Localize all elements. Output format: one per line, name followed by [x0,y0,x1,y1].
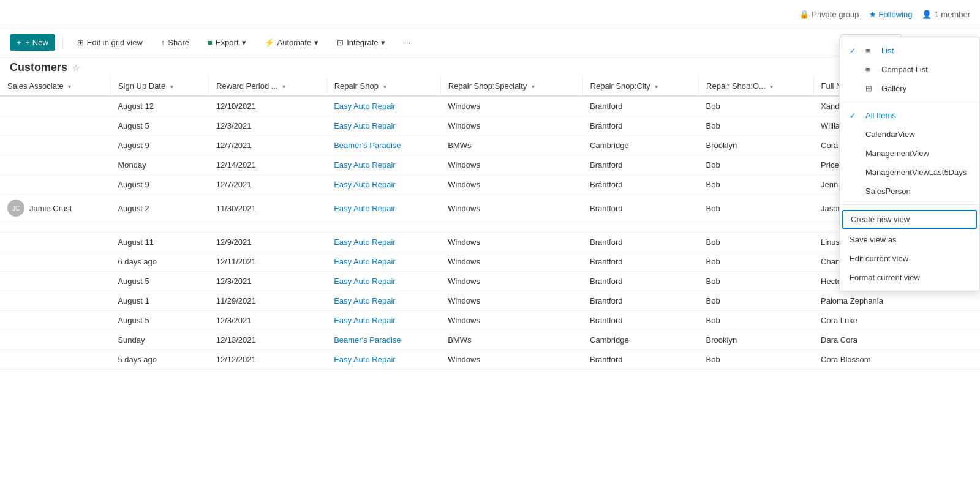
cell-repair-shop[interactable] [326,222,440,233]
share-label: Share [168,38,189,47]
export-icon: ■ [208,38,213,47]
table-row: August 912/7/2021Easy Auto RepairWindows… [0,175,980,195]
cell-full-name: Paloma Zephania [813,291,921,311]
cell-add [921,311,980,330]
cell-specialty: Windows [440,291,582,311]
view-type-gallery[interactable]: ⊞ Gallery [840,79,979,98]
col-sign-up-date[interactable]: Sign Up Date ▾ [110,76,208,96]
edit-grid-label: Edit in grid view [87,38,143,47]
view-management[interactable]: ManagementView [840,144,979,163]
col-repair-shop-other[interactable]: Repair Shop:O... ▾ [699,76,813,96]
cell-sales-associate [0,311,110,330]
favorite-star-icon[interactable]: ☆ [72,63,80,73]
cell-city: Brantford [582,155,699,175]
edit-grid-button[interactable]: ⊞ Edit in grid view [70,34,149,51]
cell-repair-shop[interactable]: Beamer's Paradise [326,330,440,350]
cell-sales-associate [0,116,110,136]
integrate-label: Integrate [347,38,378,47]
table-body: August 1212/10/2021Easy Auto RepairWindo… [0,96,980,370]
cell-city: Brantford [582,252,699,272]
cell-sign-up-date: August 11 [110,233,208,252]
view-calendar[interactable]: CalendarView [840,125,979,144]
cell-reward-period: 11/30/2021 [209,195,327,222]
cell-reward-period [209,222,327,233]
cell-repair-shop[interactable]: Easy Auto Repair [326,195,440,222]
col-reward-period[interactable]: Reward Period ... ▾ [209,76,327,96]
cell-repair-shop[interactable]: Easy Auto Repair [326,175,440,195]
cell-full-name: Cora Luke [813,311,921,330]
cell-reward-period: 12/3/2021 [209,116,327,136]
view-type-compact-list[interactable]: ≡ Compact List [840,60,979,79]
cell-other: Bob [699,233,813,252]
cell-sign-up-date: August 12 [110,96,208,116]
save-view-as-button[interactable]: Save view as [840,230,979,249]
page-title: Customers [10,61,67,74]
new-button[interactable]: + + New [10,34,55,51]
cell-reward-period: 12/14/2021 [209,155,327,175]
view-salesperson[interactable]: SalesPerson [840,182,979,201]
cell-city: Brantford [582,116,699,136]
table-row: August 1112/9/2021Easy Auto RepairWindow… [0,233,980,252]
integrate-button[interactable]: ⊡ Integrate ▾ [330,34,392,51]
cell-reward-period: 12/3/2021 [209,272,327,291]
share-button[interactable]: ↑ Share [154,34,196,51]
cell-reward-period: 12/11/2021 [209,252,327,272]
cell-add [921,350,980,370]
cell-sales-associate [0,252,110,272]
private-group: 🔒 Private group [799,10,859,19]
automate-chevron: ▾ [314,38,318,47]
cell-sign-up-date: August 9 [110,136,208,155]
cell-other: Bob [699,291,813,311]
cell-other: Brooklyn [699,330,813,350]
edit-current-view-button[interactable]: Edit current view [840,249,979,268]
cell-other: Bob [699,350,813,370]
export-chevron: ▾ [242,38,246,47]
cell-city: Brantford [582,233,699,252]
cell-repair-shop[interactable]: Easy Auto Repair [326,155,440,175]
plus-icon: + [17,38,21,47]
avatar: JC [7,200,24,217]
col-repair-shop-city[interactable]: Repair Shop:City ▾ [582,76,699,96]
cell-reward-period: 12/7/2021 [209,136,327,155]
view-type-list[interactable]: ✓ ≡ List [840,41,979,60]
cell-repair-shop[interactable]: Easy Auto Repair [326,116,440,136]
save-view-as-label: Save view as [850,235,897,244]
person-icon: 👤 [922,10,932,19]
cell-sales-associate [0,350,110,370]
more-button[interactable]: ··· [397,34,417,51]
col-repair-shop[interactable]: Repair Shop ▾ [326,76,440,96]
cell-repair-shop[interactable]: Easy Auto Repair [326,291,440,311]
view-management-last5[interactable]: ManagementViewLast5Days [840,163,979,182]
table-container: Sales Associate ▾ Sign Up Date ▾ Reward … [0,76,980,474]
cell-other: Bob [699,252,813,272]
cell-repair-shop[interactable]: Easy Auto Repair [326,272,440,291]
cell-other: Bob [699,96,813,116]
cell-specialty: Windows [440,252,582,272]
automate-button[interactable]: ⚡ Automate ▾ [258,34,326,51]
table-row: Sunday12/13/2021Beamer's ParadiseBMWsCam… [0,330,980,350]
cell-city: Brantford [582,311,699,330]
format-current-view-button[interactable]: Format current view [840,268,979,287]
cell-repair-shop[interactable]: Easy Auto Repair [326,252,440,272]
cell-sales-associate [0,233,110,252]
compact-list-icon: ≡ [865,65,875,74]
create-new-view-button[interactable]: Create new view [842,210,977,229]
view-calendar-label: CalendarView [865,130,915,139]
cell-sign-up-date: August 5 [110,311,208,330]
cell-repair-shop[interactable]: Beamer's Paradise [326,136,440,155]
col-repair-shop-specialty[interactable]: Repair Shop:Specialty ▾ [440,76,582,96]
view-all-items[interactable]: ✓ All Items [840,106,979,125]
cell-sign-up-date: August 2 [110,195,208,222]
cell-repair-shop[interactable]: Easy Auto Repair [326,96,440,116]
cell-repair-shop[interactable]: Easy Auto Repair [326,311,440,330]
cell-city: Brantford [582,195,699,222]
cell-repair-shop[interactable]: Easy Auto Repair [326,233,440,252]
star-icon: ★ [869,10,876,19]
edit-current-view-label: Edit current view [850,254,908,263]
col-sales-associate[interactable]: Sales Associate ▾ [0,76,110,96]
following-button[interactable]: ★ Following [869,10,913,19]
cell-reward-period: 12/12/2021 [209,350,327,370]
cell-repair-shop[interactable]: Easy Auto Repair [326,350,440,370]
cell-specialty: Windows [440,195,582,222]
export-button[interactable]: ■ Export ▾ [201,34,252,51]
